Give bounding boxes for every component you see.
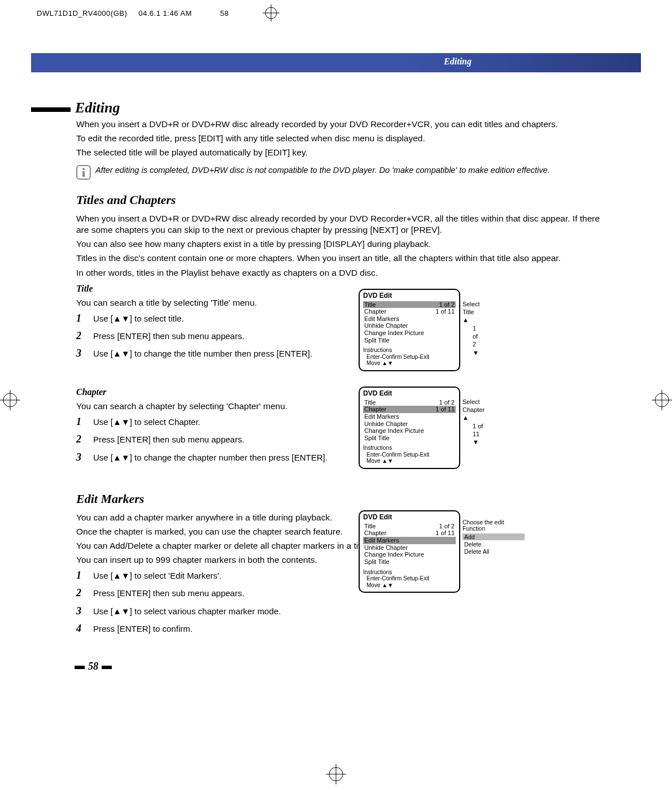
step-num: 1 bbox=[76, 415, 85, 428]
registration-mark-icon bbox=[263, 5, 280, 21]
svg-point-6 bbox=[3, 393, 17, 407]
step-num: 2 bbox=[76, 587, 85, 600]
step-text: Use [▲▼] to select various chapter marke… bbox=[93, 605, 604, 618]
print-page-marker: 58 bbox=[220, 9, 229, 18]
step-num: 3 bbox=[76, 451, 85, 464]
page-number: 58 bbox=[71, 661, 115, 672]
dvd-edit-panel-title: DVD Edit Title1 of 2 Chapter1 of 11 Edit… bbox=[359, 289, 539, 371]
section-title-row: Editing bbox=[31, 99, 120, 116]
panel-title: DVD Edit bbox=[363, 292, 456, 301]
tc-p1: When you insert a DVD+R or DVD+RW disc a… bbox=[76, 213, 604, 236]
header-label: Editing bbox=[444, 57, 472, 67]
svg-point-4 bbox=[82, 168, 85, 170]
step-num: 3 bbox=[76, 605, 85, 618]
edit-markers-heading: Edit Markers bbox=[76, 491, 604, 507]
step-num: 1 bbox=[76, 569, 85, 582]
header-bar: Editing bbox=[31, 53, 641, 72]
option-delete-all: Delete All bbox=[462, 548, 525, 555]
step-num: 1 bbox=[76, 312, 85, 325]
panel-title: DVD Edit bbox=[363, 390, 456, 399]
dvd-edit-panel-markers: DVD Edit Title1 of 2 Chapter1 of 11 Edit… bbox=[359, 510, 539, 593]
intro-p1: When you insert a DVD+R or DVD+RW disc a… bbox=[76, 119, 604, 130]
registration-mark-bottom bbox=[0, 764, 672, 784]
tc-p2: You can also see how many chapters exist… bbox=[76, 238, 604, 250]
svg-point-9 bbox=[655, 393, 669, 407]
arrow-down-icon: ▼ bbox=[473, 349, 479, 356]
step-num: 4 bbox=[76, 622, 85, 635]
side-label: Select Chapter bbox=[462, 398, 485, 413]
step-num: 2 bbox=[76, 329, 85, 342]
intro-p2: To edit the recorded title, press [EDIT]… bbox=[76, 133, 604, 144]
side-label: Select Title bbox=[462, 301, 480, 315]
section-title: Editing bbox=[75, 99, 120, 116]
arrow-up-icon: ▲ bbox=[462, 414, 469, 421]
side-value: 1 of 11 bbox=[473, 423, 483, 437]
panel-title: DVD Edit bbox=[363, 514, 456, 523]
print-header: DWL71D1D_RV4000(GB) 04.6.1 1:46 AM 58 bbox=[37, 5, 280, 21]
step-num: 3 bbox=[76, 347, 85, 360]
print-timestamp: 04.6.1 1:46 AM bbox=[138, 9, 191, 18]
svg-rect-5 bbox=[82, 171, 85, 177]
step-text: Press [ENTER] to confirm. bbox=[93, 622, 604, 635]
registration-mark-icon bbox=[0, 390, 20, 410]
tc-p4: In other words, titles in the Playlist b… bbox=[76, 267, 604, 279]
registration-mark-icon bbox=[326, 764, 346, 784]
main-content: When you insert a DVD+R or DVD+RW disc a… bbox=[76, 119, 604, 640]
tc-p3: Titles in the disc's content contain one… bbox=[76, 253, 604, 264]
section-bar bbox=[31, 107, 71, 112]
info-icon bbox=[76, 165, 91, 180]
print-filename: DWL71D1D_RV4000(GB) bbox=[37, 9, 127, 18]
titles-chapters-heading: Titles and Chapters bbox=[76, 192, 604, 209]
option-add: Add bbox=[462, 533, 525, 540]
note-text: After editing is completed, DVD+RW disc … bbox=[95, 165, 550, 175]
option-delete: Delete bbox=[462, 541, 525, 548]
dvd-edit-panel-chapter: DVD Edit Title1 of 2 Chapter1 of 11 Edit… bbox=[359, 387, 539, 469]
arrow-down-icon: ▼ bbox=[473, 439, 479, 445]
side-value: 1 of 2 bbox=[473, 325, 478, 348]
note-row: After editing is completed, DVD+RW disc … bbox=[76, 165, 604, 180]
side-label: Choose the edit Function bbox=[462, 519, 525, 532]
arrow-up-icon: ▲ bbox=[462, 316, 469, 323]
intro-p3: The selected title will be played automa… bbox=[76, 147, 604, 158]
registration-mark-icon bbox=[652, 390, 672, 410]
step-num: 2 bbox=[76, 433, 85, 446]
